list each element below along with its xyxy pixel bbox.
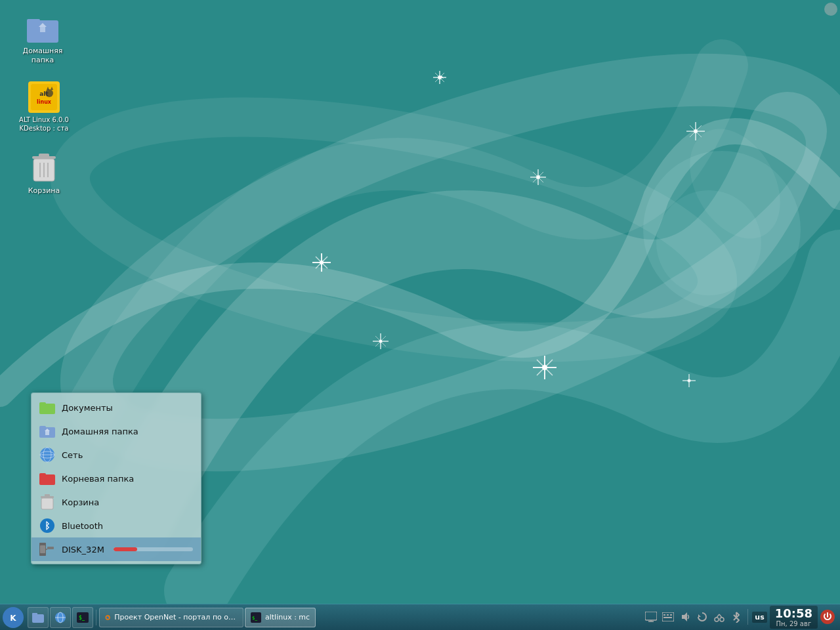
home-menu-label: Домашняя папка [62,427,138,436]
clock-widget[interactable]: 10:58 Пн, 29 авг [770,606,818,629]
svg-point-38 [656,190,761,295]
svg-point-39 [671,113,799,255]
menu-item-root[interactable]: Корневая папка [32,467,201,490]
disk-progress-bar [114,547,193,551]
desktop: Домашняя папка alt linux ALT Linux 6.0.0… [0,0,840,630]
mc-window-label: altlinux : mc [265,613,310,621]
svg-rect-62 [45,431,49,435]
svg-point-34 [688,379,691,383]
home-folder-label: Домашняя папка [16,47,70,66]
svg-point-19 [379,340,383,343]
power-button[interactable] [820,610,835,624]
svg-text:ᛒ: ᛒ [45,520,50,531]
svg-line-18 [316,257,327,268]
svg-text:K: K [10,614,16,623]
svg-point-102 [715,618,719,621]
svg-rect-43 [40,27,45,32]
desktop-icon-altlinux[interactable]: alt linux ALT Linux 6.0.0KDesktop : ста [14,79,74,135]
quick-launch-files[interactable] [28,607,49,628]
volume-tray-icon[interactable] [678,610,692,624]
disk-progress-fill [114,547,137,551]
svg-line-8 [435,73,444,82]
svg-rect-71 [41,498,53,509]
menu-item-trash[interactable]: Корзина [32,490,201,514]
kde-menu-button[interactable]: K [3,607,24,628]
svg-point-48 [45,89,53,97]
svg-point-103 [720,618,724,621]
svg-rect-96 [663,614,665,616]
svg-rect-52 [39,154,49,158]
bluetooth-tray-icon[interactable] [729,610,744,624]
trash-menu-label: Корзина [62,497,99,507]
scissors-tray-icon[interactable] [712,610,726,624]
menu-item-disk[interactable]: DISK_32M [32,537,201,561]
taskbar: K $_ [0,604,840,630]
menu-item-documents[interactable]: Документы [32,396,201,419]
svg-line-27 [537,360,553,375]
svg-rect-97 [667,614,669,616]
svg-rect-99 [663,617,672,618]
svg-line-13 [533,172,543,182]
svg-line-28 [537,360,553,375]
svg-text:$_: $_ [79,615,85,621]
trash-label: Корзина [28,186,60,196]
svg-rect-58 [39,402,46,406]
taskbar-separator-1 [96,610,96,625]
svg-point-14 [320,261,324,264]
svg-text:linux: linux [37,99,52,105]
svg-rect-82 [32,613,37,616]
svg-line-105 [719,614,722,618]
altlinux-icon: alt linux [28,81,60,113]
documents-label: Документы [62,403,113,413]
firefox-window-label: Проект OpenNet - портал по открытому ПО,… [114,613,238,621]
bluetooth-label: Bluetooth [62,521,103,531]
terminal-taskbar-icon: $_ [251,612,261,623]
systray: us 10:58 Пн, 29 авг [644,606,837,629]
root-folder-label: Корневая папка [62,474,134,484]
taskbar-window-firefox[interactable]: Проект OpenNet - портал по открытому ПО,… [99,608,243,627]
svg-point-29 [694,129,698,133]
svg-marker-101 [698,614,701,617]
svg-line-32 [690,125,702,137]
svg-rect-98 [670,614,672,616]
display-tray-icon[interactable] [644,610,658,624]
svg-line-17 [316,257,327,268]
svg-rect-68 [39,473,46,477]
menu-item-network[interactable]: Сеть [32,443,201,467]
svg-rect-41 [27,19,40,27]
home-folder-icon [27,12,58,44]
svg-point-4 [438,75,442,79]
svg-line-33 [690,125,702,137]
svg-rect-75 [47,547,54,549]
language-indicator[interactable]: us [752,612,766,623]
places-menu: Документы Домашняя папка [31,392,201,564]
menu-item-bluetooth[interactable]: ᛒ Bluetooth [32,514,201,537]
home-menu-icon [39,423,55,439]
menu-item-home[interactable]: Домашняя папка [32,419,201,443]
quick-launch-terminal[interactable]: $_ [72,607,93,628]
svg-point-24 [542,365,547,370]
desktop-icon-trash[interactable]: Корзина [14,150,74,198]
corner-button[interactable] [824,3,837,16]
trash-menu-icon [39,494,55,510]
network-icon [39,447,55,463]
root-folder-icon [39,471,55,486]
update-tray-icon[interactable] [695,610,709,624]
network-label: Сеть [62,450,83,460]
firefox-icon [105,612,110,623]
svg-line-12 [533,172,543,182]
clock-date: Пн, 29 авг [775,620,812,627]
quick-launch-browser[interactable] [50,607,71,628]
taskbar-window-mc[interactable]: $_ altlinux : mc [245,608,316,627]
desktop-icon-home[interactable]: Домашняя папка [13,10,72,68]
clock-time: 10:58 [775,607,812,620]
svg-rect-45 [31,84,57,110]
svg-marker-100 [682,612,687,621]
documents-icon [39,400,55,415]
keyboard-tray-icon[interactable] [661,610,675,624]
disk-label: DISK_32M [62,545,104,555]
svg-line-23 [375,336,386,346]
svg-rect-60 [39,426,46,430]
svg-line-7 [435,73,444,82]
disk-icon [39,541,55,557]
